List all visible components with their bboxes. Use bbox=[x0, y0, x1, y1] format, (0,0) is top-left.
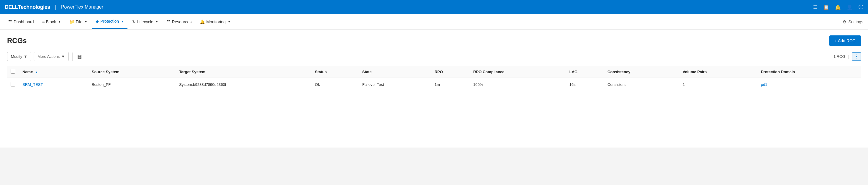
top-bar-actions: ☰ 📋 🔔 👤 ⓘ bbox=[813, 4, 863, 10]
source-system-value: Boston_PF bbox=[92, 82, 111, 87]
logo: DELLTechnologies bbox=[5, 4, 50, 10]
monitoring-caret-icon: ▼ bbox=[228, 20, 231, 23]
nav-item-resources[interactable]: ☷ Resources bbox=[163, 14, 195, 29]
select-all-header bbox=[7, 66, 19, 78]
nav-label-monitoring: Monitoring bbox=[206, 20, 225, 24]
col-header-lag: LAG bbox=[566, 66, 604, 78]
settings-label: Settings bbox=[848, 20, 863, 24]
select-all-checkbox[interactable] bbox=[11, 69, 16, 74]
col-header-state: State bbox=[359, 66, 431, 78]
row-checkbox-cell bbox=[7, 78, 19, 91]
col-label-rpo-compliance: RPO Compliance bbox=[473, 70, 504, 74]
add-rcg-button[interactable]: + Add RCG bbox=[829, 35, 861, 46]
col-header-source-system: Source System bbox=[88, 66, 176, 78]
protection-caret-icon: ▼ bbox=[121, 20, 124, 23]
shield-icon: ◆ bbox=[96, 19, 99, 24]
dell-brand: DELL bbox=[5, 4, 18, 10]
more-actions-button[interactable]: More Actions ▼ bbox=[34, 52, 69, 61]
col-label-source-system: Source System bbox=[92, 70, 120, 74]
rcg-name-link[interactable]: SRM_TEST bbox=[23, 82, 43, 87]
record-count: 1 RCG bbox=[834, 54, 845, 59]
nav-label-protection: Protection bbox=[100, 19, 119, 24]
nav-label-resources: Resources bbox=[172, 20, 191, 24]
resources-icon: ☷ bbox=[166, 20, 170, 24]
protection-domain-link[interactable]: pd1 bbox=[761, 82, 767, 87]
nav-label-dashboard: Dashboard bbox=[13, 20, 34, 24]
dashboard-icon: ☷ bbox=[8, 20, 12, 24]
cell-rpo-compliance: 100% bbox=[470, 78, 566, 91]
help-icon[interactable]: ⓘ bbox=[859, 4, 863, 10]
col-header-rpo-compliance: RPO Compliance bbox=[470, 66, 566, 78]
user-icon[interactable]: 👤 bbox=[847, 4, 852, 10]
cell-volume-pairs: 1 bbox=[679, 78, 757, 91]
logo-separator: | bbox=[55, 4, 56, 11]
product-name: PowerFlex Manager bbox=[61, 4, 103, 10]
modify-label: Modify bbox=[11, 54, 22, 59]
col-label-state: State bbox=[362, 70, 372, 74]
page-title: RCGs bbox=[7, 37, 27, 45]
col-label-rpo: RPO bbox=[435, 70, 443, 74]
row-checkbox[interactable] bbox=[11, 82, 16, 87]
col-label-name: Name bbox=[23, 70, 33, 74]
nav-bar: ☷ Dashboard ⎓ Block ▼ 📁 File ▼ ◆ Protect… bbox=[0, 14, 868, 30]
target-system-value: System:b9288d7890d2360f bbox=[179, 82, 226, 87]
cell-target-system: System:b9288d7890d2360f bbox=[176, 78, 311, 91]
toolbar: Modify ▼ More Actions ▼ ▦ 1 RCG | ⋮ bbox=[7, 52, 861, 61]
technologies-brand: Technologies bbox=[18, 4, 50, 10]
sort-asc-icon: ▲ bbox=[35, 70, 38, 74]
cell-source-system: Boston_PF bbox=[88, 78, 176, 91]
file-icon: 📁 bbox=[69, 20, 74, 24]
nav-item-dashboard[interactable]: ☷ Dashboard bbox=[5, 14, 37, 29]
settings-icon: ⚙ bbox=[843, 20, 846, 24]
page-content: RCGs + Add RCG Modify ▼ More Actions ▼ ▦… bbox=[0, 30, 868, 148]
cell-name: SRM_TEST bbox=[19, 78, 88, 91]
monitoring-icon: 🔔 bbox=[200, 20, 205, 24]
file-caret-icon: ▼ bbox=[84, 20, 87, 23]
nav-item-file[interactable]: 📁 File ▼ bbox=[66, 14, 91, 29]
lag-value: 16s bbox=[569, 82, 576, 87]
nav-item-protection[interactable]: ◆ Protection ▼ bbox=[92, 14, 127, 29]
col-label-protection-domain: Protection Domain bbox=[761, 70, 795, 74]
state-value: Failover Test bbox=[362, 82, 384, 87]
top-bar: DELLTechnologies | PowerFlex Manager ☰ 📋… bbox=[0, 0, 868, 14]
column-toggle-icon[interactable]: ⋮ bbox=[852, 52, 861, 61]
separator-line: | bbox=[848, 54, 849, 59]
nav-item-monitoring[interactable]: 🔔 Monitoring ▼ bbox=[196, 14, 234, 29]
col-label-volume-pairs: Volume Pairs bbox=[683, 70, 707, 74]
nav-settings[interactable]: ⚙ Settings bbox=[843, 20, 863, 24]
col-header-name[interactable]: Name ▲ bbox=[19, 66, 88, 78]
lifecycle-caret-icon: ▼ bbox=[155, 20, 158, 23]
nav-items: ☷ Dashboard ⎓ Block ▼ 📁 File ▼ ◆ Protect… bbox=[5, 14, 234, 29]
col-header-volume-pairs: Volume Pairs bbox=[679, 66, 757, 78]
col-header-consistency: Consistency bbox=[604, 66, 679, 78]
cell-status: Ok bbox=[312, 78, 359, 91]
cell-rpo: 1m bbox=[431, 78, 470, 91]
table-header-row: Name ▲ Source System Target System Statu… bbox=[7, 66, 861, 78]
volume-pairs-value: 1 bbox=[683, 82, 685, 87]
col-header-protection-domain: Protection Domain bbox=[757, 66, 861, 78]
nav-item-block[interactable]: ⎓ Block ▼ bbox=[39, 14, 65, 29]
col-header-target-system: Target System bbox=[176, 66, 311, 78]
modify-button[interactable]: Modify ▼ bbox=[7, 52, 31, 61]
rcg-table: Name ▲ Source System Target System Statu… bbox=[7, 66, 861, 91]
bell-icon[interactable]: 🔔 bbox=[835, 4, 841, 10]
col-label-lag: LAG bbox=[569, 70, 578, 74]
nav-label-lifecycle: Lifecycle bbox=[137, 20, 153, 24]
more-actions-label: More Actions bbox=[37, 54, 60, 59]
filter-icon[interactable]: ▦ bbox=[76, 53, 83, 60]
nav-item-lifecycle[interactable]: ↻ Lifecycle ▼ bbox=[129, 14, 162, 29]
clipboard-icon[interactable]: 📋 bbox=[823, 4, 829, 10]
rpo-compliance-value: 100% bbox=[473, 82, 483, 87]
more-actions-caret-icon: ▼ bbox=[61, 54, 65, 59]
cell-protection-domain: pd1 bbox=[757, 78, 861, 91]
table-row: SRM_TEST Boston_PF System:b9288d7890d236… bbox=[7, 78, 861, 91]
consistency-value: Consistent bbox=[608, 82, 625, 87]
col-header-status: Status bbox=[312, 66, 359, 78]
col-label-status: Status bbox=[315, 70, 327, 74]
lifecycle-icon: ↻ bbox=[132, 20, 136, 24]
col-label-target-system: Target System bbox=[179, 70, 205, 74]
layers-icon[interactable]: ☰ bbox=[813, 4, 817, 10]
page-header: RCGs + Add RCG bbox=[7, 35, 861, 46]
nav-label-block: Block bbox=[46, 20, 56, 24]
cell-lag: 16s bbox=[566, 78, 604, 91]
